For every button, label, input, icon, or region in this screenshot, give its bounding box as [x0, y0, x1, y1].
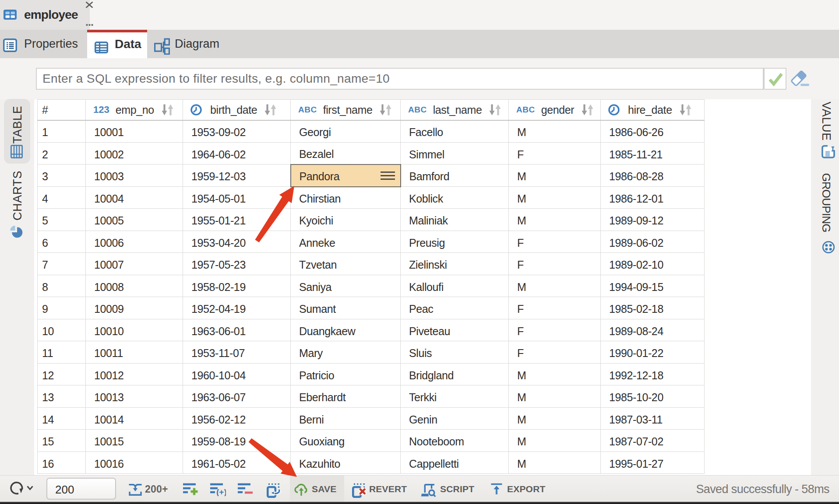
- svg-text:(+): (+): [216, 487, 226, 496]
